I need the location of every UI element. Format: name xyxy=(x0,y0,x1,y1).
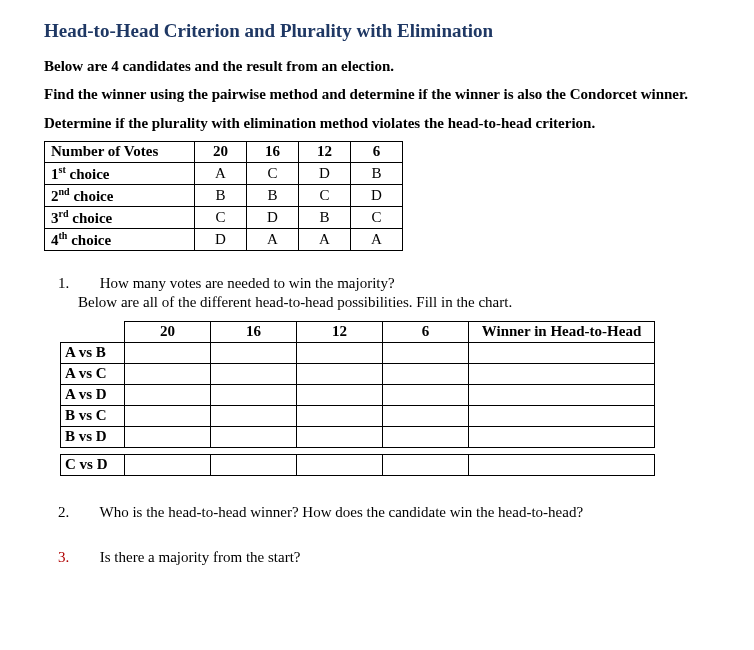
h2h-col-1: 16 xyxy=(211,321,297,342)
h2h-cell xyxy=(383,405,469,426)
q1-text: How many votes are needed to win the maj… xyxy=(100,275,395,291)
h2h-cell xyxy=(125,363,211,384)
votes-cell: D xyxy=(299,162,351,184)
votes-col-1: 16 xyxy=(247,141,299,162)
h2h-cell xyxy=(297,405,383,426)
h2h-cell xyxy=(211,384,297,405)
votes-cell: B xyxy=(351,162,403,184)
h2h-cell xyxy=(383,342,469,363)
votes-row-3-label: 4th choice xyxy=(45,228,195,250)
h2h-cell xyxy=(469,384,655,405)
h2h-col-3: 6 xyxy=(383,321,469,342)
h2h-winner-header: Winner in Head-to-Head xyxy=(469,321,655,342)
votes-cell: A xyxy=(299,228,351,250)
h2h-cell xyxy=(125,426,211,447)
votes-row-1-label: 2nd choice xyxy=(45,184,195,206)
h2h-col-2: 12 xyxy=(297,321,383,342)
h2h-pair-1: A vs C xyxy=(61,363,125,384)
h2h-table-gap: C vs D xyxy=(60,454,655,476)
intro-line-2: Find the winner using the pairwise metho… xyxy=(44,84,710,104)
h2h-cell xyxy=(211,454,297,475)
h2h-blank-corner xyxy=(61,321,125,342)
h2h-cell xyxy=(383,426,469,447)
votes-col-2: 12 xyxy=(299,141,351,162)
votes-cell: C xyxy=(247,162,299,184)
votes-cell: B xyxy=(247,184,299,206)
votes-cell: D xyxy=(351,184,403,206)
h2h-pair-4: B vs D xyxy=(61,426,125,447)
votes-row-0-label: 1st choice xyxy=(45,162,195,184)
votes-header-label: Number of Votes xyxy=(45,141,195,162)
votes-cell: C xyxy=(299,184,351,206)
h2h-cell xyxy=(125,384,211,405)
votes-col-0: 20 xyxy=(195,141,247,162)
votes-cell: D xyxy=(195,228,247,250)
votes-cell: C xyxy=(195,206,247,228)
h2h-cell xyxy=(469,454,655,475)
h2h-cell xyxy=(383,384,469,405)
h2h-cell xyxy=(297,342,383,363)
votes-cell: A xyxy=(195,162,247,184)
h2h-pair-3: B vs C xyxy=(61,405,125,426)
h2h-cell xyxy=(469,405,655,426)
h2h-cell xyxy=(469,426,655,447)
h2h-cell xyxy=(469,342,655,363)
intro-line-1: Below are 4 candidates and the result fr… xyxy=(44,56,710,76)
h2h-cell xyxy=(297,426,383,447)
votes-cell: C xyxy=(351,206,403,228)
h2h-pair-0: A vs B xyxy=(61,342,125,363)
h2h-cell xyxy=(211,342,297,363)
votes-row-2-label: 3rd choice xyxy=(45,206,195,228)
h2h-cell xyxy=(211,405,297,426)
h2h-cell xyxy=(297,454,383,475)
q3-num: 3. xyxy=(78,549,96,566)
h2h-cell xyxy=(383,363,469,384)
h2h-cell xyxy=(297,384,383,405)
h2h-cell xyxy=(211,426,297,447)
question-3: 3. Is there a majority from the start? xyxy=(78,549,710,566)
votes-col-3: 6 xyxy=(351,141,403,162)
votes-cell: A xyxy=(351,228,403,250)
h2h-col-0: 20 xyxy=(125,321,211,342)
q3-text: Is there a majority from the start? xyxy=(100,549,301,565)
h2h-table: 20 16 12 6 Winner in Head-to-Head A vs B… xyxy=(60,321,655,448)
q1-num: 1. xyxy=(78,275,96,292)
q2-num: 2. xyxy=(78,504,96,521)
votes-cell: B xyxy=(195,184,247,206)
q1-subtext: Below are all of the different head-to-h… xyxy=(98,294,710,311)
h2h-cell xyxy=(125,342,211,363)
votes-cell: B xyxy=(299,206,351,228)
h2h-cell xyxy=(125,454,211,475)
h2h-cell xyxy=(383,454,469,475)
votes-cell: A xyxy=(247,228,299,250)
question-2: 2. Who is the head-to-head winner? How d… xyxy=(78,504,710,521)
votes-cell: D xyxy=(247,206,299,228)
intro-line-3: Determine if the plurality with eliminat… xyxy=(44,113,710,133)
h2h-cell xyxy=(297,363,383,384)
q2-text: Who is the head-to-head winner? How does… xyxy=(99,504,583,520)
question-1: 1. How many votes are needed to win the … xyxy=(78,275,710,311)
h2h-cell xyxy=(211,363,297,384)
h2h-pair-2: A vs D xyxy=(61,384,125,405)
h2h-cell xyxy=(469,363,655,384)
votes-table: Number of Votes 20 16 12 6 1st choice A … xyxy=(44,141,403,251)
page-title: Head-to-Head Criterion and Plurality wit… xyxy=(44,20,710,42)
h2h-pair-gap: C vs D xyxy=(61,454,125,475)
h2h-cell xyxy=(125,405,211,426)
